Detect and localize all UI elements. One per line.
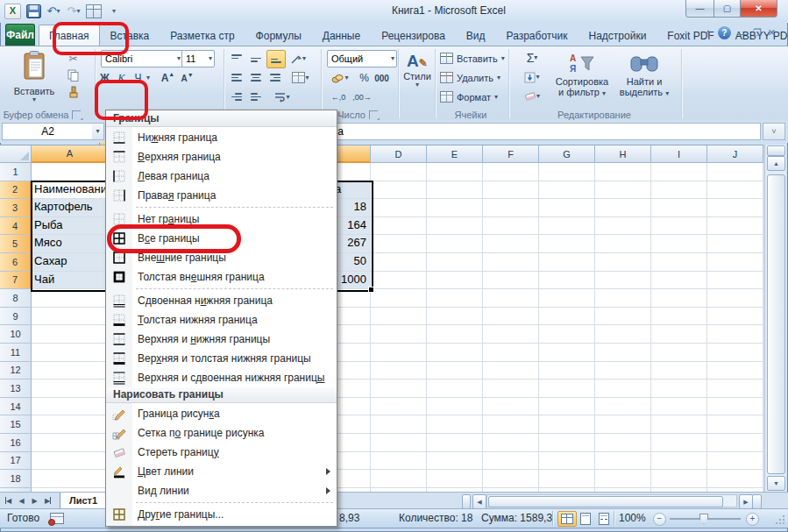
- dialog-launcher-icon[interactable]: [72, 110, 81, 119]
- cell-H10[interactable]: [595, 325, 651, 344]
- cell-I3[interactable]: [651, 199, 707, 217]
- cell-E2[interactable]: [427, 181, 483, 200]
- cell-F9[interactable]: [483, 308, 539, 326]
- currency-format-button[interactable]: ▾: [328, 70, 352, 86]
- cell-G10[interactable]: [539, 325, 595, 344]
- row-header-8[interactable]: 8: [0, 289, 32, 308]
- cell-I2[interactable]: [651, 181, 707, 200]
- cell-G15[interactable]: [539, 415, 595, 434]
- insert-cells-button[interactable]: Вставить▾: [440, 50, 505, 67]
- cell-A8[interactable]: [32, 289, 109, 308]
- cell-F2[interactable]: [483, 181, 539, 200]
- sort-filter-button[interactable]: Сортировкаи фильтр ▾: [550, 76, 614, 97]
- tab-Надстройки[interactable]: Надстройки: [579, 25, 657, 47]
- cell-G5[interactable]: [539, 235, 595, 253]
- cell-F7[interactable]: [483, 272, 539, 290]
- cell-A9[interactable]: [32, 308, 109, 326]
- column-header-H[interactable]: H: [595, 145, 651, 163]
- menu-item-верхняя-и-толстая-нижняя-границы[interactable]: Верхняя и толстая нижняя границы: [106, 349, 337, 368]
- cell-G12[interactable]: [539, 362, 595, 380]
- decrease-indent-button[interactable]: [228, 89, 245, 105]
- cell-H17[interactable]: [595, 452, 651, 471]
- cell-E9[interactable]: [427, 308, 483, 326]
- wrap-text-button[interactable]: ▾: [270, 89, 295, 105]
- cell-G14[interactable]: [539, 398, 595, 416]
- horizontal-scrollbar[interactable]: [486, 494, 737, 507]
- menu-item-все-границы[interactable]: Все границы: [106, 229, 337, 248]
- autosum-button[interactable]: Σ▾: [521, 50, 543, 66]
- cell-I11[interactable]: [651, 344, 707, 362]
- orientation-button[interactable]: ▾: [289, 50, 307, 67]
- cell-A13[interactable]: [32, 379, 109, 398]
- cell-D8[interactable]: [371, 289, 427, 308]
- cell-I17[interactable]: [651, 452, 707, 471]
- column-header-F[interactable]: F: [483, 145, 539, 163]
- undo-button[interactable]: ↶▾: [46, 4, 61, 18]
- menu-item-нижняя-граница[interactable]: Нижняя граница: [106, 128, 337, 147]
- cell-D15[interactable]: [371, 415, 427, 434]
- next-sheet-icon[interactable]: ▶: [29, 494, 40, 507]
- cell-E13[interactable]: [427, 379, 483, 398]
- cell-I16[interactable]: [651, 434, 707, 452]
- cell-A10[interactable]: [32, 325, 109, 344]
- tab-Формулы[interactable]: Формулы: [245, 25, 312, 47]
- cell-H12[interactable]: [595, 362, 651, 380]
- cell-I4[interactable]: [651, 217, 707, 236]
- maximize-button[interactable]: ▢: [714, 0, 741, 18]
- column-header-I[interactable]: I: [651, 145, 707, 163]
- cell-F4[interactable]: [483, 217, 539, 236]
- cell-J8[interactable]: [707, 289, 763, 308]
- font-size-combo[interactable]: 11▾: [181, 50, 215, 67]
- cell-J12[interactable]: [707, 362, 763, 380]
- menu-item-правая-граница[interactable]: Правая граница: [106, 186, 337, 205]
- cell-J1[interactable]: [707, 163, 763, 181]
- cell-J9[interactable]: [707, 308, 763, 326]
- format-cells-button[interactable]: Формат▾: [440, 89, 498, 105]
- paste-button[interactable]: Вставить ▾: [9, 50, 60, 117]
- align-center-button[interactable]: [247, 69, 265, 86]
- column-header-D[interactable]: D: [371, 145, 427, 163]
- zoom-out-button[interactable]: −: [653, 513, 666, 526]
- increase-decimal-button[interactable]: ←,0: [328, 89, 349, 105]
- cell-A3[interactable]: Картофель: [32, 199, 109, 217]
- workbook-minimize-icon[interactable]: —: [737, 28, 747, 39]
- name-box[interactable]: A2: [2, 123, 94, 140]
- cell-D2[interactable]: [371, 181, 427, 200]
- cell-J10[interactable]: [707, 325, 763, 344]
- cell-F11[interactable]: [483, 344, 539, 362]
- cell-A17[interactable]: [32, 452, 109, 471]
- vertical-scroll-thumb[interactable]: [767, 174, 785, 474]
- cell-G6[interactable]: [539, 253, 595, 272]
- select-all-corner[interactable]: [0, 145, 32, 163]
- shrink-font-button[interactable]: А▼: [179, 70, 195, 86]
- cell-E17[interactable]: [427, 452, 483, 471]
- cell-A7[interactable]: Чай: [32, 272, 109, 290]
- row-header-17[interactable]: 17: [0, 452, 32, 471]
- cell-E10[interactable]: [427, 325, 483, 344]
- cell-E3[interactable]: [427, 199, 483, 217]
- menu-item-верхняя-и-сдвоенная-нижняя-границы[interactable]: Верхняя и сдвоенная нижняя границы: [106, 368, 337, 387]
- previous-sheet-icon[interactable]: ◀: [16, 494, 27, 507]
- cell-D7[interactable]: [371, 272, 427, 290]
- row-header-5[interactable]: 5: [0, 235, 32, 253]
- align-bottom-button[interactable]: [266, 50, 286, 68]
- cell-J14[interactable]: [707, 398, 763, 416]
- scroll-down-icon[interactable]: ▼: [767, 476, 785, 491]
- cell-E18[interactable]: [427, 470, 483, 488]
- percent-format-button[interactable]: %: [356, 70, 373, 86]
- cell-D9[interactable]: [371, 308, 427, 326]
- cell-F17[interactable]: [483, 452, 539, 471]
- cell-I8[interactable]: [651, 289, 707, 308]
- cell-I10[interactable]: [651, 325, 707, 344]
- normal-view-button[interactable]: [557, 511, 577, 527]
- redo-button[interactable]: ↷▾: [66, 4, 82, 18]
- cell-A5[interactable]: Мясо: [32, 235, 109, 253]
- cell-G16[interactable]: [539, 434, 595, 452]
- save-button[interactable]: [25, 4, 41, 18]
- cell-A15[interactable]: [32, 415, 109, 434]
- customize-quick-access-button[interactable]: ▾: [106, 4, 122, 18]
- zoom-level[interactable]: 100%: [619, 512, 646, 524]
- tab-Главная[interactable]: Главная: [39, 25, 100, 47]
- cell-H16[interactable]: [595, 434, 651, 452]
- row-header-9[interactable]: 9: [0, 308, 32, 326]
